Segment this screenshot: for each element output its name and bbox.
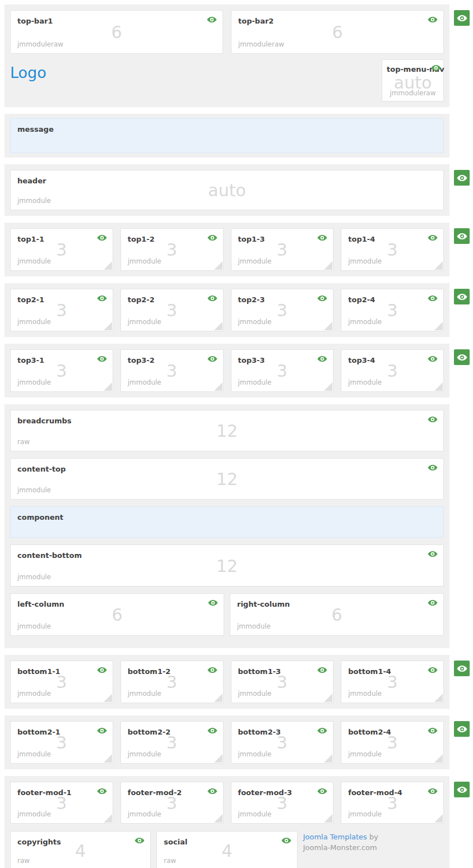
module-box-copyrights[interactable]: copyrights4raw [10, 831, 151, 868]
resize-handle[interactable] [324, 754, 332, 763]
joomla-templates-link[interactable]: Joomla Templates [303, 833, 367, 841]
module-box-breadcrumbs[interactable]: breadcrumbs12raw [10, 410, 444, 451]
module-box-top1-4[interactable]: top1-43jmmodule [341, 228, 444, 271]
resize-handle[interactable] [214, 261, 222, 270]
module-box-top1-3[interactable]: top1-33jmmodule [231, 228, 334, 271]
module-box-top-bar1[interactable]: top-bar16jmmoduleraw [10, 10, 223, 54]
module-box-top2-2[interactable]: top2-23jmmodule [120, 289, 224, 331]
eye-icon[interactable] [428, 727, 438, 734]
resize-handle[interactable] [214, 322, 222, 330]
resize-handle[interactable] [104, 261, 112, 270]
module-box-bottom2-2[interactable]: bottom2-23jmmodule [120, 721, 224, 764]
resize-handle[interactable] [214, 694, 222, 702]
resize-handle[interactable] [324, 814, 332, 823]
eye-icon[interactable] [207, 788, 217, 795]
module-box-top2-3[interactable]: top2-33jmmodule [231, 289, 334, 331]
module-box-social[interactable]: social4raw [156, 831, 297, 868]
eye-icon[interactable] [428, 464, 438, 471]
module-box-left-column[interactable]: left-column6jmmodule [10, 593, 224, 636]
resize-handle[interactable] [104, 754, 112, 763]
row-visibility-toggle-button[interactable] [454, 289, 470, 304]
module-box-top3-2[interactable]: top3-23jmmodule [120, 349, 224, 392]
eye-icon[interactable] [428, 551, 438, 557]
module-box-footer-mod-4[interactable]: footer-mod-43jmmodule [341, 782, 444, 824]
eye-icon[interactable] [428, 355, 438, 362]
module-box-header[interactable]: headerautojmmodule [10, 170, 444, 210]
eye-icon[interactable] [97, 727, 107, 734]
resize-handle[interactable] [434, 261, 443, 270]
resize-handle[interactable] [104, 382, 112, 391]
module-box-top2-4[interactable]: top2-43jmmodule [341, 289, 444, 331]
row-visibility-toggle-button[interactable] [454, 721, 470, 737]
module-box-top3-3[interactable]: top3-33jmmodule [231, 349, 334, 392]
resize-handle[interactable] [214, 754, 222, 763]
module-box-bottom2-1[interactable]: bottom2-13jmmodule [10, 721, 113, 764]
eye-icon[interactable] [207, 667, 217, 673]
resize-handle[interactable] [324, 694, 332, 702]
module-box-bottom2-3[interactable]: bottom2-33jmmodule [231, 721, 334, 764]
eye-icon[interactable] [281, 837, 291, 844]
resize-handle[interactable] [434, 322, 443, 330]
module-box-top1-2[interactable]: top1-23jmmodule [120, 228, 224, 271]
resize-handle[interactable] [434, 814, 443, 823]
eye-icon[interactable] [97, 295, 107, 302]
module-box-message[interactable]: message [10, 118, 444, 153]
eye-icon[interactable] [428, 416, 438, 423]
eye-icon[interactable] [207, 295, 217, 302]
eye-icon[interactable] [317, 295, 327, 302]
resize-handle[interactable] [434, 754, 443, 763]
row-visibility-toggle-button[interactable] [454, 170, 470, 186]
eye-icon[interactable] [431, 64, 441, 71]
module-box-top-menu-nav[interactable]: top-menu-navautojmmoduleraw [382, 59, 444, 101]
eye-icon[interactable] [97, 788, 107, 795]
resize-handle[interactable] [324, 261, 332, 270]
resize-handle[interactable] [214, 814, 222, 823]
row-visibility-toggle-button[interactable] [454, 10, 470, 26]
eye-icon[interactable] [207, 16, 217, 23]
module-box-footer-mod-1[interactable]: footer-mod-13jmmodule [10, 782, 113, 824]
module-box-top3-1[interactable]: top3-13jmmodule [10, 349, 113, 392]
eye-icon[interactable] [97, 355, 107, 362]
eye-icon[interactable] [428, 599, 438, 606]
eye-icon[interactable] [207, 727, 217, 734]
eye-icon[interactable] [207, 355, 217, 362]
module-box-bottom2-4[interactable]: bottom2-43jmmodule [341, 721, 444, 764]
module-box-top3-4[interactable]: top3-43jmmodule [341, 349, 444, 392]
module-box-content-bottom[interactable]: content-bottom12jmmodule [10, 544, 444, 587]
eye-icon[interactable] [317, 788, 327, 795]
eye-icon[interactable] [97, 234, 107, 241]
module-box-bottom1-1[interactable]: bottom1-13jmmodule [10, 661, 113, 703]
resize-handle[interactable] [104, 694, 112, 702]
eye-icon[interactable] [317, 355, 327, 362]
resize-handle[interactable] [104, 814, 112, 823]
module-box-right-column[interactable]: right-column6jmmodule [230, 593, 444, 636]
resize-handle[interactable] [434, 382, 443, 391]
module-box-bottom1-2[interactable]: bottom1-23jmmodule [120, 661, 224, 703]
module-box-component[interactable]: component [10, 506, 444, 538]
eye-icon[interactable] [317, 667, 327, 673]
eye-icon[interactable] [428, 16, 438, 23]
module-box-top2-1[interactable]: top2-13jmmodule [10, 289, 113, 331]
eye-icon[interactable] [317, 234, 327, 241]
row-visibility-toggle-button[interactable] [454, 782, 470, 797]
eye-icon[interactable] [428, 234, 438, 241]
resize-handle[interactable] [214, 382, 222, 391]
eye-icon[interactable] [97, 667, 107, 673]
resize-handle[interactable] [324, 382, 332, 391]
resize-handle[interactable] [104, 322, 112, 330]
eye-icon[interactable] [428, 667, 438, 673]
resize-handle[interactable] [434, 694, 443, 702]
resize-handle[interactable] [324, 322, 332, 330]
row-visibility-toggle-button[interactable] [454, 228, 470, 244]
module-box-top1-1[interactable]: top1-13jmmodule [10, 228, 113, 271]
module-box-bottom1-4[interactable]: bottom1-43jmmodule [341, 661, 444, 703]
eye-icon[interactable] [317, 727, 327, 734]
eye-icon[interactable] [428, 295, 438, 302]
module-box-footer-mod-3[interactable]: footer-mod-33jmmodule [231, 782, 334, 824]
row-visibility-toggle-button[interactable] [454, 661, 470, 676]
eye-icon[interactable] [135, 837, 145, 844]
row-visibility-toggle-button[interactable] [454, 349, 470, 365]
module-box-bottom1-3[interactable]: bottom1-33jmmodule [231, 661, 334, 703]
module-box-top-bar2[interactable]: top-bar26jmmoduleraw [231, 10, 444, 54]
eye-icon[interactable] [208, 599, 218, 606]
